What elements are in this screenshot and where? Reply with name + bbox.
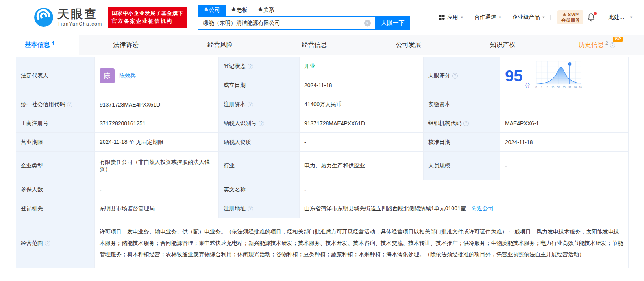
- logo-text: 天眼查 TianYanCha.com: [57, 8, 102, 27]
- tab-operation-risk[interactable]: 经营风险: [173, 35, 267, 55]
- tab-basic-info-count: 4: [52, 40, 54, 46]
- approval-date-label-cell: 核准日期: [424, 133, 500, 152]
- search-tab-boss[interactable]: 查老板: [226, 5, 253, 16]
- help-icon[interactable]: ?: [248, 102, 253, 107]
- nav-enterprise-products[interactable]: 企业级产品 ▼: [512, 14, 545, 21]
- org-code-value: MAE4PXX6-1: [505, 120, 539, 127]
- reg-number-value-cell: 371728200161251: [95, 114, 219, 133]
- org-code-value-cell: MAE4PXX6-1: [500, 114, 629, 133]
- notification-bell[interactable]: [587, 13, 595, 22]
- establish-date-label: 成立日期: [224, 82, 246, 89]
- search-button[interactable]: 天眼一下: [376, 16, 410, 30]
- staff-size-label-cell: 人员规模: [424, 152, 500, 180]
- reg-number-label: 工商注册号: [21, 120, 48, 127]
- tab-business-info[interactable]: 经营信息: [267, 35, 361, 55]
- business-term-value: 2024-11-18 至 无固定期限: [100, 139, 163, 145]
- help-icon[interactable]: ?: [610, 42, 615, 48]
- legal-rep-label-cell: 法定代表人: [16, 57, 95, 95]
- tab-intellectual-property-label: 知识产权: [490, 41, 515, 49]
- approval-date-value-cell: 2024-11-18: [500, 133, 629, 152]
- svg-text:15: 15: [551, 86, 554, 88]
- business-term-label-cell: 营业期限: [16, 133, 95, 152]
- help-icon[interactable]: ?: [45, 241, 50, 246]
- insured-count-label: 参保人数: [21, 186, 43, 193]
- help-icon[interactable]: ?: [248, 64, 253, 69]
- search-tab-relation[interactable]: 查关系: [253, 5, 279, 16]
- avatar[interactable]: 陈: [100, 68, 115, 83]
- tianyancha-logo[interactable]: 天眼查 TianYanCha.com: [34, 7, 102, 27]
- nav-user-menu[interactable]: 此处... ▼: [608, 14, 633, 21]
- help-icon[interactable]: ?: [259, 121, 264, 126]
- reg-capital-value: 41400万人民币: [304, 101, 342, 107]
- org-code-label: 组织机构代码: [428, 120, 461, 127]
- clear-icon[interactable]: ×: [364, 20, 371, 26]
- company-type-value: 有限责任公司（非自然人投资或控股的法人独资）: [100, 159, 210, 172]
- staff-size-label: 人员规模: [428, 162, 450, 169]
- tab-history-info[interactable]: VIP 历史信息 2 ?: [550, 35, 644, 55]
- svg-text:0: 0: [535, 86, 537, 88]
- help-icon[interactable]: ?: [463, 121, 469, 126]
- tab-company-development[interactable]: 公司发展: [361, 35, 455, 55]
- taxpayer-id-label: 纳税人识别号: [224, 120, 257, 127]
- chevron-down-icon: ▼: [498, 15, 502, 19]
- apps-grid-icon: [439, 15, 445, 20]
- insured-count-value-cell: -: [95, 180, 219, 199]
- score-axis-labels: 0 1 3 15 50 85 97 99 100: [535, 86, 582, 88]
- reg-authority-label-cell: 登记机关: [16, 199, 95, 218]
- score-label: 天眼评分: [428, 72, 450, 79]
- staff-size-value-cell: -: [500, 152, 629, 180]
- taxpayer-quality-label: 纳税人资质: [224, 139, 251, 146]
- help-icon[interactable]: ?: [248, 206, 253, 211]
- svg-text:50: 50: [557, 86, 560, 88]
- tab-business-info-label: 经营信息: [302, 41, 327, 49]
- search-area: 查公司 查老板 查关系 × 天眼一下: [198, 5, 410, 30]
- logo-site: TianYanCha.com: [57, 21, 102, 27]
- svip-member-badge[interactable]: SVIP 会员服务: [557, 10, 583, 24]
- industry-value-cell: 电力、热力生产和供应业: [300, 152, 424, 180]
- taxpayer-quality-value-cell: -: [300, 133, 424, 152]
- nav-divider: [603, 15, 603, 20]
- reg-authority-label: 登记机关: [21, 205, 43, 212]
- company-type-label-cell: 企业类型: [16, 152, 95, 180]
- certification-line2: 官方备案企业征信机构: [112, 17, 183, 25]
- logo-brand: 天眼查: [57, 8, 102, 20]
- basic-info-table: 法定代表人 陈 陈效兵 登记状态? 开业 天眼评分? 95 分: [16, 57, 629, 268]
- chevron-down-icon: ▼: [460, 15, 464, 19]
- taxpayer-quality-label-cell: 纳税人资质: [219, 133, 300, 152]
- credit-code-label-cell: 统一社会信用代码?: [16, 95, 95, 114]
- top-nav: 应用 ▼ 合作通道 ▼ 企业级产品 ▼ SVIP 会员服务: [439, 10, 644, 24]
- tab-history-info-count: 2: [605, 40, 608, 46]
- credit-code-value-cell: 91371728MAE4PXX61D: [95, 95, 219, 114]
- tab-legal-litigation[interactable]: 法律诉讼: [79, 35, 173, 55]
- reg-number-label-cell: 工商注册号: [16, 114, 95, 133]
- score-value-cell: 95 分: [500, 57, 629, 95]
- search-tab-company[interactable]: 查公司: [198, 5, 226, 16]
- paid-capital-label: 实缴资本: [428, 101, 450, 108]
- reg-status-value: 开业: [304, 63, 315, 69]
- tab-company-development-label: 公司发展: [396, 41, 421, 49]
- insured-count-value: -: [100, 187, 102, 193]
- nav-apps[interactable]: 应用 ▼: [439, 14, 464, 21]
- english-name-value: -: [304, 187, 306, 193]
- english-name-label: 英文名称: [224, 186, 246, 193]
- tab-intellectual-property[interactable]: 知识产权: [455, 35, 550, 55]
- help-icon[interactable]: ?: [67, 102, 72, 107]
- taxpayer-id-value-cell: 91371728MAE4PXX61D: [300, 114, 424, 133]
- nearby-companies-link[interactable]: 附近公司: [472, 205, 494, 211]
- company-type-value-cell: 有限责任公司（非自然人投资或控股的法人独资）: [95, 152, 219, 180]
- reg-status-value-cell: 开业: [300, 57, 424, 76]
- tab-basic-info[interactable]: 基本信息 4: [0, 35, 79, 55]
- legal-rep-name-link[interactable]: 陈效兵: [119, 72, 136, 79]
- industry-label-cell: 行业: [219, 152, 300, 180]
- taxpayer-id-value: 91371728MAE4PXX61D: [304, 120, 365, 127]
- business-term-value-cell: 2024-11-18 至 无固定期限: [95, 133, 219, 152]
- help-icon[interactable]: ?: [452, 73, 458, 79]
- nav-cooperation[interactable]: 合作通道 ▼: [474, 14, 502, 21]
- certification-line1: 国家中小企业发展子基金旗下: [112, 9, 183, 17]
- reg-authority-value: 东明县市场监督管理局: [100, 205, 155, 211]
- reg-number-value: 371728200161251: [100, 120, 146, 127]
- taxpayer-id-label-cell: 纳税人识别号?: [219, 114, 300, 133]
- svg-text:3: 3: [546, 86, 548, 88]
- nav-apps-label: 应用: [447, 14, 458, 21]
- search-input[interactable]: [198, 20, 375, 26]
